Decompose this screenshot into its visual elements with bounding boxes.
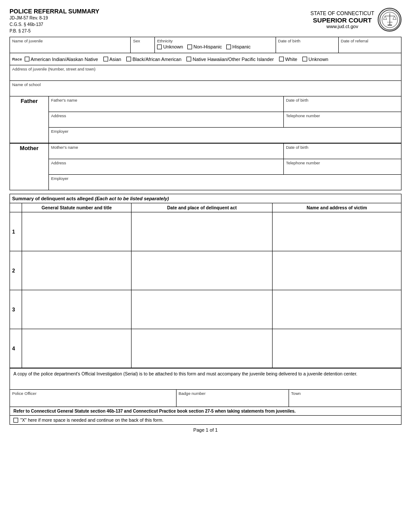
- court-info: STATE OF CONNECTICUT SUPERIOR COURT www.…: [310, 10, 374, 29]
- address-label: Address of juvenile (Number, street and …: [12, 67, 399, 71]
- town-label: Town: [291, 391, 399, 396]
- race-black-box: [126, 57, 131, 61]
- race-hawaiian-label: Native Hawaiian/Other Pacific Islander: [193, 57, 274, 62]
- page-label: Page 1 of 1: [10, 425, 401, 435]
- row2-victim[interactable]: [273, 251, 401, 290]
- father-name-row: Father Father's name Date of birth: [10, 96, 401, 112]
- name-label: Name of juvenile: [12, 38, 128, 43]
- race-white-box: [279, 57, 284, 61]
- col3-header: Name and address of victim: [273, 203, 401, 212]
- row-num-2: 2: [10, 251, 22, 290]
- row-basic-info: Name of juvenile Sex Ethnicity Unknown N…: [10, 37, 401, 53]
- ethnicity-non-hispanic-checkbox[interactable]: Non-Hispanic: [187, 44, 222, 49]
- race-asian-box: [103, 57, 108, 61]
- header-left: POLICE REFERRAL SUMMARY JD-JM-57 Rev. 8-…: [10, 8, 100, 34]
- row4-statute[interactable]: [22, 329, 132, 368]
- ethnicity-hispanic-box: [226, 45, 231, 49]
- race-black-label: Black/African American: [132, 57, 181, 62]
- svg-rect-4: [388, 25, 392, 26]
- summary-header-row: General Statute number and title Date an…: [10, 203, 401, 212]
- summary-heading-plain: Summary of delinquent acts alleged: [12, 196, 95, 201]
- back-of-form-checkbox[interactable]: [13, 418, 18, 423]
- father-table: Father Father's name Date of birth Addre…: [10, 96, 401, 143]
- row-num-4: 4: [10, 329, 22, 368]
- cell-sex: Sex: [131, 37, 155, 53]
- row1-statute[interactable]: [22, 212, 132, 251]
- col-num-header: [10, 203, 22, 212]
- table-row: 4: [10, 329, 401, 368]
- row-num-3: 3: [10, 290, 22, 329]
- header-right: STATE OF CONNECTICUT SUPERIOR COURT www.…: [310, 8, 401, 32]
- court-seal: CONN: [378, 8, 401, 32]
- row3-victim[interactable]: [273, 290, 401, 329]
- court-url: www.jud.ct.gov: [310, 24, 374, 29]
- mother-name-cell: Mother's name: [49, 144, 284, 159]
- form-sub2: C.G.S. § 46b-137: [10, 21, 100, 28]
- race-unknown-checkbox[interactable]: Unknown: [302, 57, 328, 62]
- father-employer-label: Employer: [51, 129, 399, 134]
- cell-referral: Date of referral: [339, 37, 401, 53]
- mother-employer-label: Employer: [51, 176, 399, 181]
- table-row: 3: [10, 290, 401, 329]
- father-label: Father: [10, 96, 49, 143]
- sex-label: Sex: [133, 38, 152, 43]
- ethnicity-unknown-label: Unknown: [163, 44, 183, 49]
- race-asian-checkbox[interactable]: Asian: [103, 57, 122, 62]
- mother-phone-cell: Telephone number: [284, 159, 401, 175]
- badge-number-label: Badge number: [179, 391, 286, 396]
- father-employer-row: Employer: [10, 128, 401, 143]
- mother-name-label: Mother's name: [51, 145, 281, 150]
- summary-heading-italic: (Each act to be listed separately): [95, 196, 169, 201]
- row-school: Name of school: [10, 80, 401, 96]
- ethnicity-label: Ethnicity: [157, 38, 273, 43]
- ethnicity-non-hispanic-box: [187, 45, 192, 49]
- police-officer-label: Police Officer: [12, 391, 174, 396]
- father-address-label: Address: [51, 113, 281, 118]
- form-title: POLICE REFERRAL SUMMARY: [10, 8, 100, 15]
- row4-victim[interactable]: [273, 329, 401, 368]
- father-address-cell: Address: [49, 112, 284, 128]
- race-american-indian-label: American Indian/Alaskan Native: [31, 57, 98, 62]
- summary-header: Summary of delinquent acts alleged (Each…: [10, 194, 401, 203]
- race-hawaiian-checkbox[interactable]: Native Hawaiian/Other Pacific Islander: [186, 57, 274, 62]
- footer-refer: Refer to Connecticut General Statute sec…: [10, 407, 401, 416]
- col1-header: General Statute number and title: [22, 203, 132, 212]
- mother-phone-label: Telephone number: [286, 160, 399, 165]
- row2-date-place[interactable]: [132, 251, 273, 290]
- back-of-form-label: "X" here if more space is needed and con…: [20, 417, 164, 423]
- race-american-indian-box: [25, 57, 29, 61]
- ethnicity-non-hispanic-label: Non-Hispanic: [193, 44, 222, 49]
- race-white-label: White: [285, 57, 297, 62]
- footer-note: A copy of the police department's Offici…: [10, 368, 401, 390]
- race-white-checkbox[interactable]: White: [279, 57, 297, 62]
- father-phone-cell: Telephone number: [284, 112, 401, 128]
- form-sub1: JD-JM-57 Rev. 8-19: [10, 15, 100, 21]
- row3-statute[interactable]: [22, 290, 132, 329]
- row-num-1: 1: [10, 212, 22, 251]
- ethnicity-unknown-checkbox[interactable]: Unknown: [157, 44, 183, 49]
- cell-ethnicity: Ethnicity Unknown Non-Hispanic Hispanic: [155, 37, 276, 53]
- table-row: 2: [10, 251, 401, 290]
- court-title: SUPERIOR COURT: [310, 16, 374, 24]
- row4-date-place[interactable]: [132, 329, 273, 368]
- ethnicity-hispanic-checkbox[interactable]: Hispanic: [226, 44, 250, 49]
- footer-badge-cell: Badge number: [177, 390, 289, 407]
- row2-statute[interactable]: [22, 251, 132, 290]
- mother-dob-cell: Date of birth: [284, 144, 401, 159]
- race-unknown-label: Unknown: [308, 57, 328, 62]
- race-american-indian-checkbox[interactable]: American Indian/Alaskan Native: [25, 57, 98, 62]
- referral-label: Date of referral: [341, 38, 399, 43]
- row1-victim[interactable]: [273, 212, 401, 251]
- mother-address-row: Address Telephone number: [10, 159, 401, 175]
- father-phone-label: Telephone number: [286, 113, 399, 118]
- row1-date-place[interactable]: [132, 212, 273, 251]
- race-asian-label: Asian: [109, 57, 122, 62]
- mother-employer-row: Employer: [10, 175, 401, 190]
- table-row: 1: [10, 212, 401, 251]
- mother-address-cell: Address: [49, 159, 284, 175]
- cell-dob: Date of birth: [276, 37, 339, 53]
- race-black-checkbox[interactable]: Black/African American: [126, 57, 181, 62]
- row3-date-place[interactable]: [132, 290, 273, 329]
- ethnicity-unknown-box: [157, 45, 162, 49]
- svg-text:CONN: CONN: [387, 21, 392, 23]
